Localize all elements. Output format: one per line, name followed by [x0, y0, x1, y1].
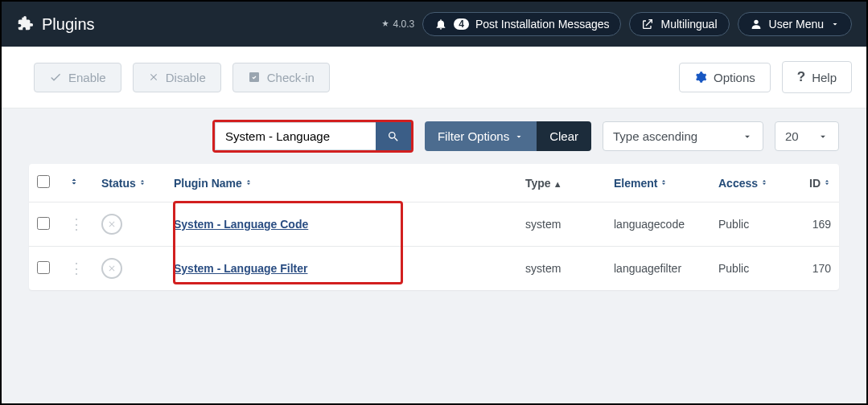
help-button[interactable]: ? Help — [782, 61, 852, 93]
question-icon: ? — [797, 69, 805, 85]
table-row: ⋮System - Language Filtersystemlanguagef… — [29, 247, 839, 291]
order-column-header[interactable] — [61, 164, 93, 202]
checkin-button[interactable]: Check-in — [232, 63, 330, 92]
element-cell: languagefilter — [606, 247, 710, 291]
status-toggle[interactable] — [101, 214, 122, 235]
id-column-header[interactable]: ID — [791, 164, 839, 202]
type-cell: system — [517, 202, 606, 247]
status-toggle[interactable] — [101, 258, 122, 279]
enable-button[interactable]: Enable — [34, 63, 121, 92]
chevron-down-icon — [742, 131, 753, 142]
pagesize-select[interactable]: 20 — [775, 121, 839, 151]
row-checkbox[interactable] — [37, 217, 50, 230]
sort-select[interactable]: Type ascending — [603, 121, 763, 151]
access-cell: Public — [710, 247, 791, 291]
version-label: 4.0.3 — [381, 18, 415, 30]
select-all-checkbox[interactable] — [37, 175, 50, 188]
element-column-header[interactable]: Element — [606, 164, 710, 202]
id-cell: 170 — [791, 247, 839, 291]
type-cell: system — [517, 247, 606, 291]
plugin-name-column-header[interactable]: Plugin Name — [166, 164, 517, 202]
plugin-name-link[interactable]: System - Language Filter — [174, 262, 307, 275]
page-title: Plugins — [42, 15, 95, 34]
filter-options-button[interactable]: Filter Options — [425, 121, 537, 151]
user-menu-button[interactable]: User Menu — [738, 12, 852, 36]
multilingual-button[interactable]: Multilingual — [629, 12, 729, 36]
options-button[interactable]: Options — [679, 63, 771, 92]
notifications-button[interactable]: 4 Post Installation Messages — [422, 12, 621, 36]
plugin-name-link[interactable]: System - Language Code — [174, 218, 308, 231]
table-row: ⋮System - Language Codesystemlanguagecod… — [29, 202, 839, 247]
element-cell: languagecode — [606, 202, 710, 247]
svg-point-0 — [754, 20, 758, 24]
access-column-header[interactable]: Access — [710, 164, 791, 202]
row-drag-handle[interactable]: ⋮ — [69, 260, 84, 276]
chevron-down-icon — [817, 131, 829, 142]
search-input[interactable] — [215, 122, 376, 150]
notifications-badge: 4 — [454, 18, 469, 30]
plugin-icon — [16, 15, 34, 33]
status-column-header[interactable]: Status — [93, 164, 166, 202]
row-checkbox[interactable] — [37, 261, 50, 274]
access-cell: Public — [710, 202, 791, 247]
type-column-header[interactable]: Type▲ — [517, 164, 606, 202]
clear-button[interactable]: Clear — [537, 121, 591, 151]
search-button[interactable] — [376, 122, 411, 150]
row-drag-handle[interactable]: ⋮ — [69, 216, 84, 232]
svg-rect-1 — [249, 72, 259, 82]
search-highlight-box — [212, 120, 413, 153]
disable-button[interactable]: Disable — [133, 63, 221, 92]
id-cell: 169 — [791, 202, 839, 247]
